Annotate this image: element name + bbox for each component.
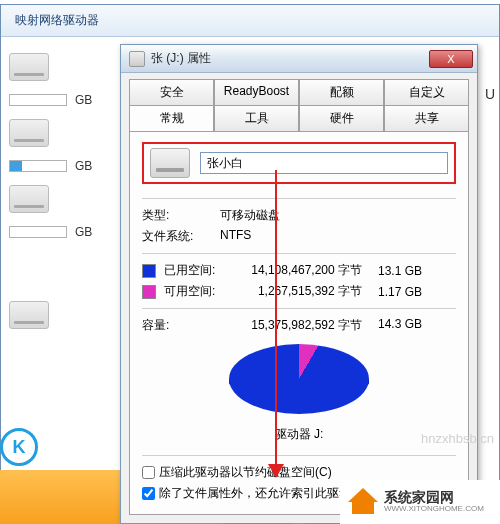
annotation-arrow-icon [275,170,277,466]
separator [142,253,456,254]
tab-readyboost[interactable]: ReadyBoost [214,79,299,106]
separator [142,308,456,309]
app-k-icon[interactable]: K [0,428,38,466]
drive-gb-label: GB [75,225,92,239]
explorer-toolbar: 映射网络驱动器 [1,5,499,37]
tab-security[interactable]: 安全 [129,79,214,106]
disk-usage-pie-chart [229,344,369,420]
free-bytes: 1,267,515,392 字节 [232,283,362,300]
folder-strip [0,470,120,524]
drive-icon [9,185,49,213]
filesystem-value: NTFS [220,228,251,245]
used-swatch-icon [142,264,156,278]
capacity-label: 容量: [142,317,224,334]
drive-usage-bar [9,160,67,172]
free-space-line: 可用空间: 1,267,515,392 字节 1.17 GB [142,281,456,302]
type-line: 类型: 可移动磁盘 [142,205,456,226]
drive-letter-label: 驱动器 J: [142,424,456,449]
tab-tools[interactable]: 工具 [214,105,299,132]
tabs-row-1: 安全 ReadyBoost 配额 自定义 [129,79,469,105]
type-label: 类型: [142,207,202,224]
capacity-gb: 14.3 GB [370,317,422,334]
close-button[interactable]: X [429,50,473,68]
tab-hardware[interactable]: 硬件 [299,105,384,132]
separator [142,455,456,456]
separator [142,198,456,199]
tab-sharing[interactable]: 共享 [384,105,469,132]
dialog-titlebar[interactable]: 张 (J:) 属性 X [121,45,477,73]
free-label: 可用空间: [164,283,224,300]
footer-logo: 系统家园网 WWW.XITONGHOME.COM [340,480,500,524]
free-gb: 1.17 GB [370,285,422,299]
filesystem-label: 文件系统: [142,228,202,245]
dialog-body: 安全 ReadyBoost 配额 自定义 常规 工具 硬件 共享 类型: 可移动… [121,73,477,523]
drive-icon [9,119,49,147]
drive-name-input[interactable] [200,152,448,174]
map-network-drive-button[interactable]: 映射网络驱动器 [9,8,105,33]
dialog-title: 张 (J:) 属性 [151,50,429,67]
watermark-text: hnzxhbsb.cn [421,431,494,446]
tab-panel-general: 类型: 可移动磁盘 文件系统: NTFS 已用空间: 14,108,467,20… [129,131,469,515]
used-gb: 13.1 GB [370,264,422,278]
house-icon [348,488,378,516]
used-bytes: 14,108,467,200 字节 [232,262,362,279]
drive-icon [9,53,49,81]
drive-icon [150,148,190,178]
logo-en: WWW.XITONGHOME.COM [384,505,484,514]
properties-dialog: 张 (J:) 属性 X 安全 ReadyBoost 配额 自定义 常规 工具 硬… [120,44,478,524]
capacity-line: 容量: 15,375,982,592 字节 14.3 GB [142,315,456,336]
drive-icon [9,301,49,329]
name-highlight-box [142,142,456,184]
drive-usage-bar [9,226,67,238]
u-peek-text: U [485,86,495,102]
type-value: 可移动磁盘 [220,207,280,224]
index-checkbox[interactable] [142,487,155,500]
capacity-bytes: 15,375,982,592 字节 [232,317,362,334]
drive-gb-label: GB [75,159,92,173]
pie-chart-wrap [142,336,456,424]
filesystem-line: 文件系统: NTFS [142,226,456,247]
logo-cn: 系统家园网 [384,490,484,505]
tab-quota[interactable]: 配额 [299,79,384,106]
free-swatch-icon [142,285,156,299]
tabs-row-2: 常规 工具 硬件 共享 [129,105,469,131]
drive-usage-bar [9,94,67,106]
drive-icon [129,51,145,67]
tab-general[interactable]: 常规 [129,105,214,132]
drive-gb-label: GB [75,93,92,107]
compress-label: 压缩此驱动器以节约磁盘空间(C) [159,464,332,481]
compress-checkbox[interactable] [142,466,155,479]
used-space-line: 已用空间: 14,108,467,200 字节 13.1 GB [142,260,456,281]
used-label: 已用空间: [164,262,224,279]
tab-custom[interactable]: 自定义 [384,79,469,106]
